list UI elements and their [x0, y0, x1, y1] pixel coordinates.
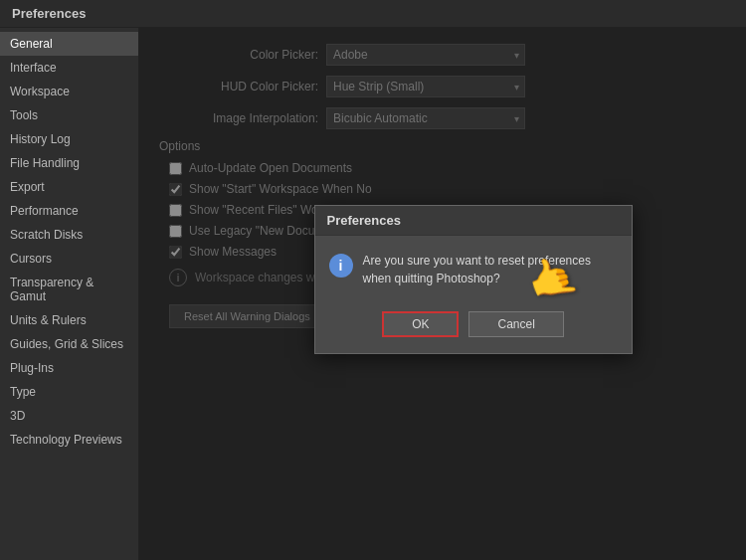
dialog-info-icon: i — [329, 254, 353, 278]
sidebar-item-guides-grid[interactable]: Guides, Grid & Slices — [0, 332, 138, 356]
dialog-title: Preferences — [315, 206, 632, 236]
sidebar-item-plug-ins[interactable]: Plug-Ins — [0, 356, 138, 380]
dialog-message: Are you sure you want to reset preferenc… — [363, 252, 618, 287]
sidebar-item-units-rulers[interactable]: Units & Rulers — [0, 308, 138, 332]
sidebar-item-export[interactable]: Export — [0, 175, 138, 199]
dialog-cancel-button[interactable]: Cancel — [468, 311, 563, 337]
sidebar-item-type[interactable]: Type — [0, 380, 138, 404]
dialog-body: i Are you sure you want to reset prefere… — [315, 236, 632, 303]
dialog-buttons: OK Cancel — [315, 303, 632, 353]
sidebar-item-file-handling[interactable]: File Handling — [0, 151, 138, 175]
sidebar-item-interface[interactable]: Interface — [0, 56, 138, 80]
sidebar-item-scratch-disks[interactable]: Scratch Disks — [0, 223, 138, 247]
sidebar-item-transparency-gamut[interactable]: Transparency & Gamut — [0, 271, 138, 308]
sidebar-item-cursors[interactable]: Cursors — [0, 247, 138, 271]
confirmation-dialog: Preferences i Are you sure you want to r… — [314, 205, 633, 354]
window-title: Preferences — [12, 6, 86, 21]
sidebar-item-3d[interactable]: 3D — [0, 404, 138, 428]
sidebar-item-workspace[interactable]: Workspace — [0, 80, 138, 103]
sidebar: General Interface Workspace Tools Histor… — [0, 28, 139, 560]
content-area: Color Picker: Adobe HUD Color Picker: Hu… — [139, 28, 746, 560]
sidebar-item-tools[interactable]: Tools — [0, 103, 138, 127]
sidebar-item-history-log[interactable]: History Log — [0, 127, 138, 151]
main-layout: General Interface Workspace Tools Histor… — [0, 28, 746, 560]
dialog-ok-button[interactable]: OK — [382, 311, 459, 337]
sidebar-item-tech-previews[interactable]: Technology Previews — [0, 428, 138, 452]
sidebar-item-performance[interactable]: Performance — [0, 199, 138, 223]
title-bar: Preferences — [0, 0, 746, 28]
sidebar-item-general[interactable]: General — [0, 32, 138, 56]
